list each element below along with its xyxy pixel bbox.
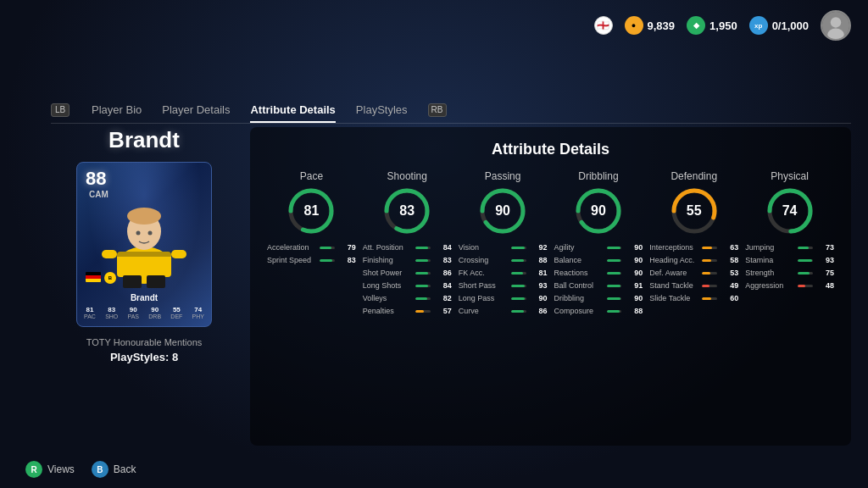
- tab-player-details[interactable]: Player Details: [162, 100, 230, 119]
- sub-stat-name: Long Shots: [363, 281, 409, 290]
- svg-rect-13: [147, 275, 165, 288]
- sub-stat-row: Dribbling 90: [554, 294, 643, 302]
- sub-stat-row: Slide Tackle 60: [649, 294, 738, 302]
- sub-stat-fill: [415, 247, 428, 249]
- sub-stat-fill: [607, 272, 620, 274]
- card-stat-sho: 83 SHO: [105, 306, 118, 319]
- sub-stat-name: Short Pass: [459, 281, 505, 290]
- r-button-icon: R: [25, 461, 42, 478]
- sub-stat-row: Sprint Speed 83: [267, 256, 356, 264]
- sub-stat-fill: [702, 247, 711, 249]
- card-flags: B: [86, 272, 116, 284]
- sub-stat-row: Ball Control 91: [554, 281, 643, 290]
- back-button[interactable]: B Back: [92, 461, 136, 478]
- gem-icon: ◆: [687, 16, 705, 35]
- gauge-5: 74: [765, 186, 815, 236]
- sub-stat-fill: [607, 285, 620, 287]
- sub-stat-bar: [607, 247, 622, 249]
- sub-stat-fill: [798, 272, 809, 274]
- rb-badge[interactable]: RB: [428, 103, 447, 117]
- sub-stat-row: Jumping 73: [745, 243, 834, 252]
- sub-stat-row: Short Pass 93: [459, 281, 548, 290]
- sub-stat-name: Vision: [459, 243, 505, 252]
- sub-stat-value: 83: [437, 256, 452, 264]
- tab-playstyles[interactable]: PlayStyles: [356, 100, 408, 119]
- sub-stat-fill: [415, 259, 428, 262]
- svg-point-9: [127, 208, 161, 225]
- player-card: 88 CAM: [76, 162, 212, 327]
- sub-stat-name: Acceleration: [267, 243, 314, 252]
- views-button[interactable]: R Views: [25, 461, 75, 478]
- sub-stat-name: Reactions: [554, 269, 601, 277]
- card-background: 88 CAM: [76, 162, 212, 327]
- coins-value: 9,839: [648, 19, 676, 32]
- sub-stat-bar: [511, 247, 526, 249]
- sub-stat-name: Crossing: [459, 256, 505, 264]
- sub-stat-name: Dribbling: [554, 294, 601, 302]
- sub-stat-value: 79: [341, 243, 356, 252]
- sub-stat-row: Strength 75: [745, 269, 834, 277]
- sub-stat-fill: [607, 259, 620, 262]
- sub-stat-bar: [320, 247, 335, 249]
- england-flag: 🏴󠁧󠁢󠁥󠁮󠁧󠁿: [594, 16, 613, 35]
- gauge-2: 90: [477, 186, 528, 236]
- germany-flag: [86, 272, 101, 282]
- sub-stat-bar: [702, 285, 717, 287]
- svg-point-10: [136, 231, 141, 236]
- sub-stat-name: Def. Aware: [649, 269, 696, 277]
- club-badge: B: [104, 272, 116, 284]
- sub-stats-2: Vision 92 Crossing 88 FK Acc. 81 Short P…: [459, 243, 548, 319]
- player-name: Brandt: [108, 127, 180, 153]
- sub-stat-fill: [607, 310, 620, 313]
- sub-stat-bar: [607, 272, 622, 274]
- sub-stat-fill: [415, 310, 424, 313]
- sub-stat-name: Ball Control: [554, 281, 601, 290]
- coin-icon: ●: [625, 16, 643, 35]
- sub-stat-row: Crossing 88: [459, 256, 548, 264]
- lb-badge[interactable]: LB: [51, 103, 70, 117]
- sub-stat-bar: [415, 310, 431, 313]
- sub-stat-fill: [702, 285, 709, 287]
- flag-icon: 🏴󠁧󠁢󠁥󠁮󠁧󠁿: [594, 16, 613, 35]
- sub-stat-value: 90: [627, 294, 643, 302]
- sub-stat-value: 90: [627, 269, 643, 277]
- sub-stat-bar: [415, 285, 431, 287]
- card-player-name: Brandt: [77, 293, 211, 302]
- user-avatar: [821, 10, 851, 41]
- sub-stats-3: Agility 90 Balance 90 Reactions 90 Ball …: [554, 243, 643, 319]
- sub-stat-name: Stamina: [745, 256, 792, 264]
- sub-stat-bar: [511, 272, 526, 274]
- tab-attribute-details[interactable]: Attribute Details: [250, 100, 335, 119]
- sub-stat-bar: [511, 259, 526, 262]
- gauge-3: 90: [573, 186, 624, 236]
- card-stat-def: 55 DEF: [170, 306, 182, 319]
- coins-display: ● 9,839: [625, 16, 676, 35]
- sub-stat-value: 49: [723, 281, 738, 290]
- sub-stat-value: 90: [627, 243, 643, 252]
- tab-player-bio[interactable]: Player Bio: [92, 100, 142, 119]
- sub-stat-bar: [798, 285, 813, 287]
- gauge-value-0: 81: [304, 203, 320, 219]
- sub-stat-fill: [607, 297, 620, 300]
- nav-tabs: LB Player Bio Player Details Attribute D…: [51, 100, 448, 119]
- panel-title: Attribute Details: [267, 141, 834, 158]
- sub-stat-name: Aggression: [745, 281, 792, 290]
- sub-stat-name: Penalties: [363, 307, 409, 315]
- sub-stat-row: Shot Power 86: [363, 269, 452, 277]
- sub-stat-value: 75: [819, 269, 834, 277]
- sub-stat-bar: [607, 259, 622, 262]
- sub-stat-value: 73: [819, 243, 834, 252]
- top-hud: 🏴󠁧󠁢󠁥󠁮󠁧󠁿 ● 9,839 ◆ 1,950 xp 0/1,000: [594, 10, 851, 41]
- sub-stats-0: Acceleration 79 Sprint Speed 83: [267, 243, 356, 269]
- sub-stat-name: Agility: [554, 243, 601, 252]
- gauge-0: 81: [286, 186, 337, 236]
- sub-stat-name: Stand Tackle: [649, 281, 696, 290]
- card-stat-drb: 90 DRB: [148, 306, 161, 319]
- gauge-value-3: 90: [591, 203, 606, 219]
- sub-stat-name: Att. Position: [363, 243, 409, 252]
- sub-stat-bar: [607, 285, 622, 287]
- sub-stat-value: 82: [437, 294, 452, 302]
- back-label: Back: [114, 463, 136, 475]
- attr-header-2: Passing: [485, 170, 521, 182]
- sub-stat-name: Shot Power: [363, 269, 409, 277]
